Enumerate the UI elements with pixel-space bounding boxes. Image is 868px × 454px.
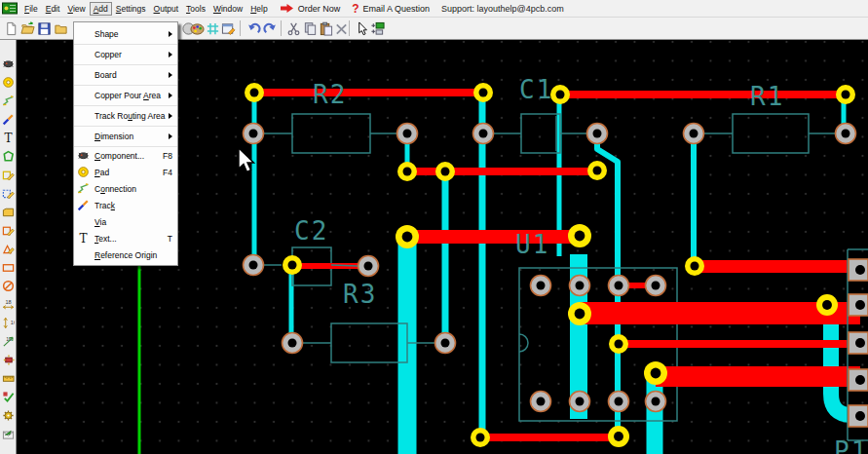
add-menu-item-text-[interactable]: TText...T [74, 230, 177, 246]
via-hole [476, 434, 485, 442]
top-copper-trace[interactable] [656, 366, 860, 387]
menubar-item-tools[interactable]: Tools [182, 2, 209, 16]
delete-icon[interactable] [332, 19, 350, 37]
via-hole [479, 89, 488, 97]
add-menu-item-via[interactable]: Via [74, 213, 177, 230]
menubar-item-help[interactable]: Help [246, 2, 271, 16]
library-icon[interactable] [52, 19, 69, 37]
pad-hole [593, 130, 602, 138]
via-hole [593, 167, 602, 175]
new-file-icon[interactable] [2, 19, 19, 37]
add-menu-item-shape[interactable]: Shape [74, 24, 177, 45]
submenu-arrow-icon [169, 113, 172, 119]
pad-hole [537, 282, 546, 290]
email-question-link[interactable]: ? Email A Question [352, 2, 430, 16]
menu-item-shortcut: F4 [163, 168, 172, 177]
auto-place-tool-icon[interactable] [1, 352, 16, 367]
measure-tool-icon[interactable] [1, 370, 16, 386]
top-copper-trace[interactable] [480, 434, 620, 441]
track-icon [77, 199, 90, 211]
menu-item-label: Track Routing Area [94, 111, 166, 121]
via-hole [691, 262, 699, 271]
refdes-label-c2: C2 [294, 216, 328, 246]
menubar-item-view[interactable]: View [63, 2, 89, 16]
add-menu-item-track[interactable]: Track [74, 197, 177, 213]
design-properties-icon[interactable] [219, 19, 237, 37]
copper-area-tool-icon[interactable] [1, 204, 16, 219]
refdes-label-c1: C1 [519, 75, 553, 104]
add-menu-item-copper-pour-area[interactable]: Copper Pour Area [74, 86, 177, 106]
svg-text:18: 18 [5, 298, 11, 304]
top-copper-trace[interactable] [695, 260, 860, 273]
refdes-label-r2: R2 [313, 80, 347, 109]
pad-hole [855, 375, 865, 385]
component-tool-icon[interactable] [1, 56, 16, 71]
top-copper-trace[interactable] [560, 91, 846, 98]
shape-tool-icon[interactable] [1, 148, 16, 164]
open-file-icon[interactable] [19, 19, 36, 37]
add-dropdown-menu: ShapeCopperBoardCopper Pour AreaTrack Ro… [73, 21, 178, 266]
add-menu-item-board[interactable]: Board [74, 65, 177, 86]
menubar-item-file[interactable]: File [20, 2, 42, 16]
via-hole [250, 89, 259, 97]
via-hole [575, 309, 585, 320]
menu-item-label: Dimension [94, 132, 166, 141]
text-tool-icon[interactable]: T [1, 130, 16, 145]
pad-hole [652, 282, 660, 290]
pad-hole [479, 130, 488, 138]
submenu-arrow-icon [169, 93, 172, 98]
top-copper-trace[interactable] [254, 89, 483, 96]
pad-hole [652, 397, 660, 406]
menu-item-label: Reference Origin [94, 250, 172, 260]
pad-tool-icon[interactable] [1, 74, 16, 90]
menubar-item-edit[interactable]: Edit [42, 2, 64, 16]
dimension-vertical-tool-icon[interactable]: 16 [1, 315, 16, 330]
order-now-link[interactable]: Order Now [280, 3, 341, 14]
add-menu-item-component-[interactable]: Component...F8 [74, 147, 177, 164]
toolbar-separator [281, 20, 282, 36]
redo-icon[interactable] [261, 19, 279, 37]
support-text: Support: layouthelp@4pcb.com [441, 4, 564, 14]
menubar-item-output[interactable]: Output [150, 2, 183, 16]
copper-pour-area-tool-icon[interactable] [1, 185, 16, 201]
top-copper-trace[interactable] [619, 340, 860, 348]
menu-item-label: Shape [94, 29, 166, 39]
add-menu-item-track-routing-area[interactable]: Track Routing Area [74, 106, 177, 127]
menubar-item-settings[interactable]: Settings [112, 2, 150, 16]
menu-item-label: Track [94, 201, 172, 210]
add-menu-item-dimension[interactable]: Dimension [74, 127, 177, 147]
dimension-horizontal-tool-icon[interactable]: 18 [1, 296, 16, 312]
undo-icon[interactable] [245, 19, 262, 37]
send-design-tool-icon[interactable] [1, 426, 16, 441]
pad-hole [690, 130, 698, 138]
design-check-tool-icon[interactable] [1, 389, 16, 404]
via-hole [651, 368, 661, 379]
board-outline-tool-icon[interactable] [1, 259, 16, 275]
connection-tool-icon[interactable] [1, 93, 16, 108]
dimension-diagonal-tool-icon[interactable]: 16 [1, 333, 16, 349]
track-tool-icon[interactable] [1, 111, 16, 127]
top-copper-trace[interactable] [407, 230, 581, 244]
board-cutout-tool-icon[interactable] [1, 241, 16, 256]
menu-item-label: Connection [94, 184, 172, 194]
refdes-label-r1: R1 [750, 82, 784, 111]
pad-hole [576, 397, 585, 406]
mouse-cursor [237, 147, 258, 176]
board-shape-tool-icon[interactable] [1, 222, 16, 238]
pcb-editor-window: FileEditViewAddSettingsOutputToolsWindow… [0, 0, 868, 454]
keepout-area-tool-icon[interactable] [1, 278, 16, 293]
settings-gear-tool-icon[interactable] [1, 407, 16, 423]
copper-shape-tool-icon[interactable] [1, 167, 16, 182]
cut-icon[interactable] [284, 19, 302, 37]
menubar-item-window[interactable]: Window [209, 2, 246, 16]
add-menu-item-connection[interactable]: Connection [74, 180, 177, 197]
add-menu-item-copper[interactable]: Copper [74, 45, 177, 65]
add-menu-item-reference-origin[interactable]: Reference Origin [74, 246, 177, 263]
save-icon[interactable] [35, 19, 53, 37]
add-menu-action-section: Component...F8PadF4ConnectionTrackViaTTe… [74, 147, 177, 263]
component-bin-icon[interactable] [368, 19, 386, 37]
menubar-item-add[interactable]: Add [90, 2, 112, 16]
add-menu-item-pad[interactable]: PadF4 [74, 164, 177, 180]
menu-item-label: Copper [94, 50, 166, 59]
component-lead-line [331, 265, 358, 266]
